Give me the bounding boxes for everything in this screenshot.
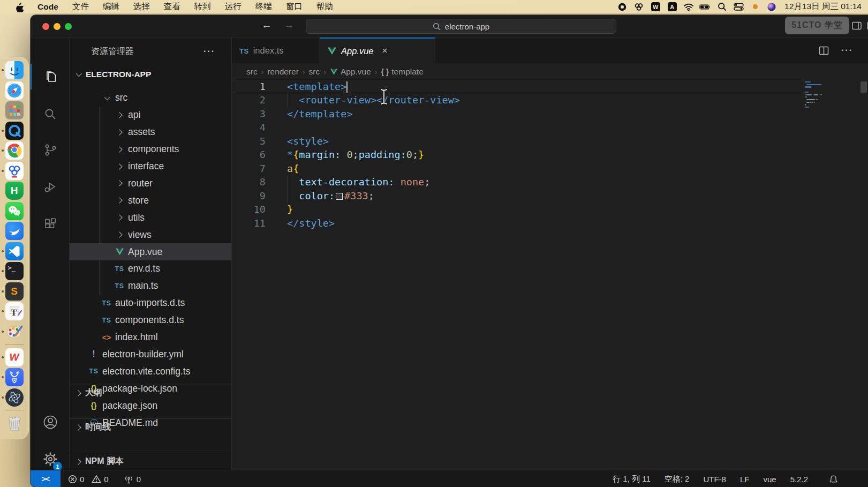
tree-item-electron.vite.config.ts[interactable]: TSelectron.vite.config.ts (70, 363, 231, 380)
problems-indicator[interactable]: 00 (68, 475, 109, 484)
launchpad-icon[interactable] (5, 101, 24, 119)
breadcrumb-item-src[interactable]: src (246, 67, 258, 77)
menu-item-8[interactable]: 帮助 (310, 1, 340, 12)
finder-icon[interactable] (5, 61, 24, 79)
dock-item-trash[interactable] (0, 414, 29, 432)
activity-account-icon[interactable] (31, 409, 70, 435)
dock-item-paint-app[interactable] (0, 323, 29, 341)
wps-office-icon[interactable]: W (5, 348, 24, 366)
explorer-more-actions-icon[interactable]: ··· (203, 47, 215, 56)
siri-icon[interactable] (766, 2, 778, 12)
menu-item-7[interactable]: 窗口 (279, 1, 310, 12)
tree-item-router[interactable]: router (70, 175, 231, 192)
status-language-mode[interactable]: vue (763, 475, 776, 484)
sublime-text-icon[interactable]: S (5, 282, 24, 301)
control-center-icon[interactable] (733, 2, 744, 12)
quicktime-icon[interactable] (5, 122, 24, 140)
dock-item-circles-app[interactable] (0, 162, 29, 180)
notifications-bell-icon[interactable] (829, 470, 838, 487)
code-editor[interactable]: 1<template>2 <router-view></router-view>… (232, 80, 868, 470)
panel-2[interactable]: NPM 脚本 (70, 453, 231, 470)
dock-item-safari[interactable] (0, 81, 29, 100)
vscode-icon[interactable] (5, 242, 24, 260)
record-icon[interactable] (616, 2, 628, 12)
textedit-icon[interactable]: T (5, 302, 24, 320)
tree-item-auto-imports.d.ts[interactable]: TSauto-imports.d.ts (70, 295, 231, 312)
breadcrumb-item-renderer[interactable]: renderer (267, 67, 299, 77)
dock-item-quicktime[interactable] (0, 122, 29, 140)
tree-item-main.ts[interactable]: TSmain.ts (70, 278, 231, 295)
circles-app-icon[interactable] (5, 162, 24, 180)
tab-index.ts[interactable]: TSindex.ts (232, 38, 320, 63)
dock-item-atom-app[interactable] (0, 388, 29, 407)
tree-item-src[interactable]: src (70, 89, 231, 107)
status-cursor-position[interactable]: 行 1, 列 11 (613, 474, 651, 484)
spotlight-search-icon[interactable] (716, 2, 728, 12)
tab-App.vue[interactable]: App.vue× (320, 38, 435, 63)
apple-menu-icon[interactable] (7, 2, 31, 12)
menu-item-1[interactable]: 编辑 (96, 1, 126, 12)
tree-item-App.vue[interactable]: App.vue (70, 243, 231, 260)
minimize-window-button[interactable] (54, 23, 61, 30)
breadcrumb-item-template[interactable]: { }template (381, 67, 424, 77)
dock-item-wechat[interactable] (0, 202, 29, 220)
shapes-icon[interactable] (633, 2, 645, 12)
editor-more-actions-icon[interactable]: ··· (841, 46, 853, 55)
tree-item-utils[interactable]: utils (70, 209, 231, 226)
dock-item-hbuilder[interactable]: H (0, 182, 29, 200)
dock-item-finder[interactable] (0, 61, 29, 79)
dock-item-sublime-text[interactable]: S (0, 282, 29, 301)
status-indentation[interactable]: 空格: 2 (665, 474, 690, 484)
tree-item-electron-builder.yml[interactable]: !electron-builder.yml (70, 346, 231, 363)
menu-item-code[interactable]: Code (31, 2, 65, 12)
remote-indicator[interactable]: >< (31, 470, 61, 487)
dock-item-dingtalk[interactable] (0, 222, 29, 240)
activity-extensions-icon[interactable] (31, 212, 70, 237)
deer-app-icon[interactable] (5, 368, 24, 386)
nav-forward-button[interactable]: → (282, 19, 296, 31)
tree-item-env.d.ts[interactable]: TSenv.d.ts (70, 260, 231, 278)
dock-item-terminal[interactable]: >_ (0, 262, 29, 280)
status-eol[interactable]: LF (740, 475, 750, 484)
safari-icon[interactable] (5, 81, 24, 100)
menu-clock[interactable]: 12月13日 周三 01:14 (784, 1, 862, 12)
activity-settings-gear-icon[interactable]: 1 (31, 446, 70, 472)
project-root-row[interactable]: ELECTRON-APP (70, 66, 231, 83)
terminal-icon[interactable]: >_ (5, 262, 24, 280)
tree-item-store[interactable]: store (70, 192, 231, 209)
menu-item-5[interactable]: 运行 (218, 1, 248, 12)
activity-run-debug-icon[interactable] (31, 174, 70, 200)
wps-badge-icon[interactable]: W (650, 2, 661, 12)
tree-item-api[interactable]: api (70, 107, 231, 124)
activity-source-control-icon[interactable] (31, 137, 70, 163)
dock-item-textedit[interactable]: T (0, 302, 29, 320)
dock-item-chrome[interactable] (0, 141, 29, 160)
tree-item-components[interactable]: components (70, 141, 231, 158)
maximize-window-button[interactable] (65, 23, 72, 30)
split-editor-icon[interactable] (818, 45, 829, 56)
status-encoding[interactable]: UTF-8 (703, 475, 726, 484)
paint-app-icon[interactable] (5, 323, 24, 341)
status-version[interactable]: 5.2.2 (790, 475, 808, 484)
tree-item-assets[interactable]: assets (70, 124, 231, 141)
atom-app-icon[interactable] (5, 388, 24, 407)
tree-item-components.d.ts[interactable]: TScomponents.d.ts (70, 312, 231, 329)
tree-item-views[interactable]: views (70, 226, 231, 243)
wifi-icon[interactable] (683, 2, 695, 12)
activity-files-icon[interactable] (31, 64, 70, 89)
dock-item-launchpad[interactable] (0, 101, 29, 119)
dingtalk-icon[interactable] (5, 222, 24, 240)
panel-0[interactable]: 大纲 (70, 385, 231, 402)
command-center-search[interactable]: electron-app (306, 19, 616, 34)
panel-1[interactable]: 时间线 (70, 418, 231, 436)
menu-item-2[interactable]: 选择 (126, 1, 157, 12)
tree-item-index.html[interactable]: <>index.html (70, 329, 231, 346)
toggle-panel-icon[interactable] (851, 20, 862, 31)
hbuilder-icon[interactable]: H (5, 182, 24, 200)
menu-item-3[interactable]: 查看 (157, 1, 187, 12)
battery-icon[interactable] (699, 2, 711, 12)
menu-item-4[interactable]: 转到 (187, 1, 218, 12)
nav-back-button[interactable]: ← (260, 19, 274, 31)
activity-search-icon[interactable] (31, 101, 70, 127)
menu-item-6[interactable]: 终端 (248, 1, 279, 12)
